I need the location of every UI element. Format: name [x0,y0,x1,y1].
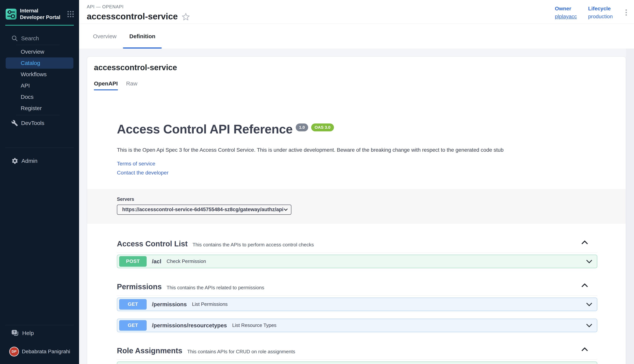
sidebar-item-help[interactable]: ? Help [0,328,79,339]
wrench-icon [11,120,18,126]
endpoint-row-clipped[interactable] [117,362,597,364]
sidebar-divider [5,148,74,148]
sidebar-item-search[interactable]: Search [0,33,79,44]
section-description: This contains APIs for CRUD on role assi… [187,349,295,354]
chevron-up-icon[interactable] [581,240,588,244]
chevron-down-icon [284,208,288,211]
oas-badge: OAS 3.0 [311,124,334,131]
tab-overview[interactable]: Overview [86,24,123,48]
gear-icon [11,157,18,164]
servers-label: Servers [117,196,626,202]
terms-of-service-link[interactable]: Terms of service [117,161,597,167]
chevron-up-icon[interactable] [581,347,588,352]
sidebar-item-docs[interactable]: Docs [0,91,79,102]
definition-format-tabs: OpenAPI Raw [94,80,626,90]
endpoint-path: /permissions/resourcetypes [152,322,227,328]
api-sections: Access Control List This contains the AP… [117,233,597,364]
entity-header: API — OPENAPI accesscontrol-service Owne… [79,0,634,24]
user-name: Debabrata Panigrahi [22,348,70,354]
chevron-down-icon[interactable] [586,324,592,327]
section-header: Access Control List This contains the AP… [117,233,597,253]
section-permissions: Permissions This contains the APIs relat… [117,276,597,332]
sidebar-item-api[interactable]: API [0,80,79,91]
owner-label: Owner [555,6,577,12]
api-info: Access Control API Reference 1.0 OAS 3.0… [117,122,597,176]
method-badge: GET [119,299,147,310]
sidebar: Internal Developer Portal Search Overvie… [0,0,79,364]
sidebar-divider [5,325,74,325]
apps-grid-icon[interactable] [67,10,74,18]
api-title: Access Control API Reference [117,122,293,136]
sidebar-spacer [0,166,79,325]
api-description: This is the Open Api Spec 3 for the Acce… [117,146,597,154]
lifecycle-value: production [588,14,613,20]
sidebar-divider [16,115,60,115]
tab-definition[interactable]: Definition [123,24,162,48]
content-area: accesscontrol-service OpenAPI Raw Access… [79,48,634,364]
main-area: API — OPENAPI accesscontrol-service Owne… [79,0,634,364]
tab-openapi[interactable]: OpenAPI [94,80,118,90]
kebab-menu-icon[interactable] [624,8,628,17]
sidebar-item-admin[interactable]: Admin [0,155,79,166]
endpoint-path: /permissions [152,301,187,308]
endpoint-row-get-resourcetypes[interactable]: GET /permissions/resourcetypes List Reso… [117,319,597,332]
search-icon [11,35,18,42]
chevron-up-icon[interactable] [581,283,588,288]
sidebar-item-devtools[interactable]: DevTools [0,118,79,129]
sidebar-item-overview[interactable]: Overview [0,46,79,58]
section-header: Permissions This contains the APIs relat… [117,276,597,296]
help-chat-icon: ? [11,329,19,337]
endpoint-summary: List Permissions [192,301,228,307]
tab-raw[interactable]: Raw [126,80,138,90]
portal-logo-icon [6,9,16,20]
sidebar-item-label: Admin [22,158,38,164]
brand-title: Internal Developer Portal [20,8,64,21]
sidebar-item-catalog[interactable]: Catalog [6,58,74,69]
sidebar-item-label: Search [21,35,39,42]
avatar: DP [10,347,18,356]
sidebar-item-label: DevTools [21,120,44,126]
section-description: This contains the APIs to perform access… [192,242,314,248]
sidebar-item-register[interactable]: Register [0,102,79,114]
brand-accent-divider [5,25,74,26]
method-badge: POST [119,256,147,267]
tab-label: Definition [129,33,155,40]
scrollbar-track[interactable] [626,48,634,364]
svg-text:?: ? [13,330,16,334]
section-header: Role Assignments This contains APIs for … [117,340,597,360]
section-description: This contains the APIs related to permis… [166,285,264,290]
servers-section: Servers https://accesscontrol-service-6d… [87,189,626,224]
section-access-control-list: Access Control List This contains the AP… [117,233,597,268]
page-title: accesscontrol-service [87,11,178,22]
sidebar-divider [16,45,60,45]
version-badge: 1.0 [296,124,308,131]
lifecycle-label: Lifecycle [588,6,613,12]
favorite-star-icon[interactable] [182,13,190,21]
section-role-assignments: Role Assignments This contains APIs for … [117,340,597,364]
brand: Internal Developer Portal [0,0,79,25]
endpoint-path: /acl [152,258,161,264]
chevron-down-icon[interactable] [586,260,592,263]
sidebar-item-label: Help [22,330,34,336]
server-url: https://accesscontrol-service-6d45755484… [122,207,284,212]
lifecycle-meta: Lifecycle production [588,6,613,20]
server-select[interactable]: https://accesscontrol-service-6d45755484… [117,204,292,215]
contact-developer-link[interactable]: Contact the developer [117,170,597,176]
endpoint-row-get-permissions[interactable]: GET /permissions List Permissions [117,298,597,311]
section-title[interactable]: Permissions [117,282,162,291]
entity-tabs: Overview Definition [79,24,634,48]
endpoint-row-post-acl[interactable]: POST /acl Check Permission [117,255,597,268]
section-title[interactable]: Role Assignments [117,346,182,355]
owner-meta: Owner plplayacc [555,6,577,20]
definition-card: accesscontrol-service OpenAPI Raw Access… [87,56,626,364]
owner-link[interactable]: plplayacc [555,14,577,20]
breadcrumb: API — OPENAPI [87,4,190,10]
endpoint-summary: List Resource Types [232,322,276,328]
chevron-down-icon[interactable] [586,302,592,306]
card-title: accesscontrol-service [94,63,626,72]
endpoint-summary: Check Permission [166,258,206,264]
method-badge: GET [119,320,147,331]
sidebar-item-workflows[interactable]: Workflows [0,69,79,80]
user-menu[interactable]: DP Debabrata Panigrahi [0,346,79,358]
section-title[interactable]: Access Control List [117,240,188,248]
